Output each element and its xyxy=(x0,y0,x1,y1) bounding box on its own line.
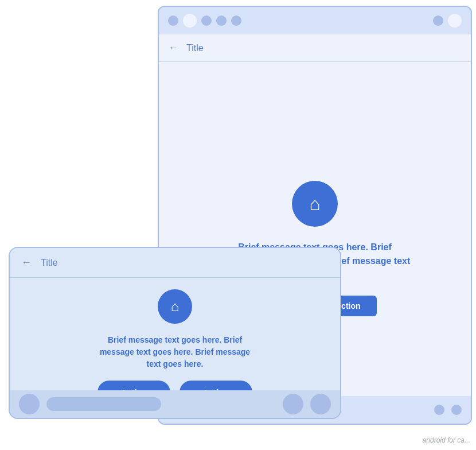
bottom-dot-front-1 xyxy=(19,394,40,414)
back-arrow-icon[interactable]: ← xyxy=(168,42,178,54)
bottom-dot-front-2 xyxy=(283,394,303,414)
status-dot-3 xyxy=(201,15,212,26)
back-arrow-icon-front[interactable]: ← xyxy=(21,257,32,269)
page-title-front: Title xyxy=(41,258,58,268)
top-bar-front: ← Title xyxy=(10,248,340,278)
status-dot-right-2 xyxy=(448,14,462,28)
message-text-front: Brief message text goes here. Brief mess… xyxy=(95,334,255,370)
status-bar-right xyxy=(433,14,462,28)
status-bar-left xyxy=(168,14,427,28)
bottom-dot-front-3 xyxy=(310,394,331,414)
icon-circle-front: ⌂ xyxy=(158,289,192,324)
home-icon-front: ⌂ xyxy=(171,298,180,315)
top-bar-back: ← Title xyxy=(159,34,471,62)
status-bar-back xyxy=(159,7,471,34)
bottom-dot-1 xyxy=(434,405,444,415)
front-screen: ← Title ⌂ Brief message text goes here. … xyxy=(9,247,341,419)
status-dot-1 xyxy=(168,15,178,26)
watermark: android for ca... xyxy=(423,436,470,444)
status-dot-4 xyxy=(216,15,227,26)
status-dot-5 xyxy=(231,15,241,26)
page-title-back: Title xyxy=(186,43,204,53)
status-dot-right-1 xyxy=(433,15,443,26)
icon-circle-back: ⌂ xyxy=(292,181,338,227)
home-icon-back: ⌂ xyxy=(309,193,320,215)
bottom-bar-front xyxy=(10,390,340,418)
bottom-bar-pill xyxy=(46,397,161,411)
status-dot-2 xyxy=(183,14,197,28)
bottom-dot-2 xyxy=(451,405,462,415)
